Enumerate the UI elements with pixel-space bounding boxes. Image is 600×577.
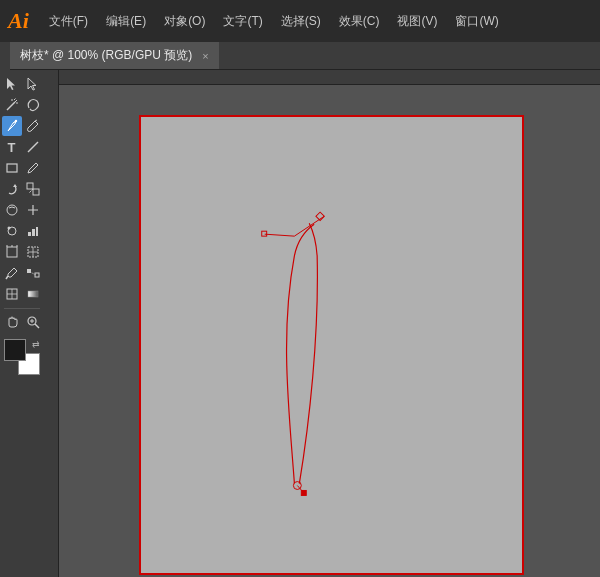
canvas-wrapper[interactable] [44,70,600,577]
tab-label: 树枝* @ 100% (RGB/GPU 预览) [20,47,192,64]
menu-window[interactable]: 窗口(W) [447,10,506,33]
tab-ruler [0,42,10,70]
active-tab[interactable]: 树枝* @ 100% (RGB/GPU 预览) × [10,42,219,69]
color-swatches: ⇄ [4,339,40,375]
width-tool[interactable] [23,200,43,220]
svg-point-8 [14,120,16,122]
pen-tool[interactable] [2,116,22,136]
tool-row-warp [0,200,44,220]
svg-point-20 [7,227,10,230]
svg-rect-23 [36,227,38,236]
tool-row-select [0,74,44,94]
svg-line-31 [6,276,8,279]
menu-effect[interactable]: 效果(C) [331,10,388,33]
svg-rect-38 [28,291,38,297]
tool-row-type: T [0,137,44,157]
svg-rect-46 [262,231,267,236]
svg-marker-1 [28,78,36,90]
lasso-tool[interactable] [23,95,43,115]
swap-colors-button[interactable]: ⇄ [32,339,40,365]
tool-row-mesh [0,284,44,304]
menu-object[interactable]: 对象(O) [156,10,213,33]
svg-marker-12 [13,184,17,187]
menu-select[interactable]: 选择(S) [273,10,329,33]
svg-line-2 [7,102,15,110]
svg-rect-24 [7,247,17,257]
tool-row-hand [0,312,44,332]
canvas-area[interactable] [59,85,600,577]
warp-tool[interactable] [2,200,22,220]
rect-tool[interactable] [2,158,22,178]
rotate-tool[interactable] [2,179,22,199]
svg-rect-49 [301,490,306,495]
hand-tool[interactable] [2,312,22,332]
svg-rect-14 [33,189,39,195]
svg-rect-21 [28,232,31,236]
tool-divider [4,308,40,309]
ruler-vertical [44,70,59,577]
svg-line-9 [35,120,37,121]
menu-view[interactable]: 视图(V) [389,10,445,33]
tool-row-rotate [0,179,44,199]
svg-line-40 [35,324,39,328]
svg-line-43 [294,216,324,236]
tab-close-button[interactable]: × [202,50,208,62]
mesh-tool[interactable] [2,284,22,304]
tab-bar: 树枝* @ 100% (RGB/GPU 预览) × [0,42,600,70]
blend-tool[interactable] [23,263,43,283]
svg-line-48 [297,486,304,494]
pencil-tool[interactable] [23,158,43,178]
symbol-tool[interactable] [2,221,22,241]
svg-marker-0 [7,78,15,90]
type-tool[interactable]: T [2,137,22,157]
tool-row-wand [0,95,44,115]
main-area: T [0,70,600,577]
svg-point-47 [293,482,301,490]
eyedropper-tool[interactable] [2,263,22,283]
graph-tool[interactable] [23,221,43,241]
brush-tool[interactable] [23,116,43,136]
menu-text[interactable]: 文字(T) [215,10,270,33]
select-tool[interactable] [2,74,22,94]
magic-wand-tool[interactable] [2,95,22,115]
tool-row-symbol [0,221,44,241]
svg-rect-11 [7,164,17,172]
svg-line-44 [265,234,295,236]
slice-tool[interactable] [23,242,43,262]
gradient-tool[interactable] [23,284,43,304]
toolbar: T [0,70,44,577]
tool-row-artboard [0,242,44,262]
artboard-tool[interactable] [2,242,22,262]
zoom-tool[interactable] [23,312,43,332]
line-tool[interactable] [23,137,43,157]
menu-bar: 文件(F) 编辑(E) 对象(O) 文字(T) 选择(S) 效果(C) 视图(V… [41,10,507,33]
path-svg [141,117,522,573]
direct-select-tool[interactable] [23,74,43,94]
tool-row-rect [0,158,44,178]
svg-rect-22 [32,229,35,236]
ai-logo: Ai [8,8,29,34]
foreground-color-swatch[interactable] [4,339,26,361]
title-bar: Ai 文件(F) 编辑(E) 对象(O) 文字(T) 选择(S) 效果(C) 视… [0,0,600,42]
svg-line-3 [15,100,17,102]
artboard [139,115,524,575]
svg-line-15 [29,189,33,193]
tool-row-pen [0,116,44,136]
scale-tool[interactable] [23,179,43,199]
svg-rect-45 [316,212,324,220]
svg-line-10 [28,142,38,152]
tool-row-eyedropper [0,263,44,283]
svg-line-6 [14,99,16,101]
menu-file[interactable]: 文件(F) [41,10,96,33]
ruler-horizontal [59,70,600,85]
menu-edit[interactable]: 编辑(E) [98,10,154,33]
svg-rect-13 [27,183,33,189]
